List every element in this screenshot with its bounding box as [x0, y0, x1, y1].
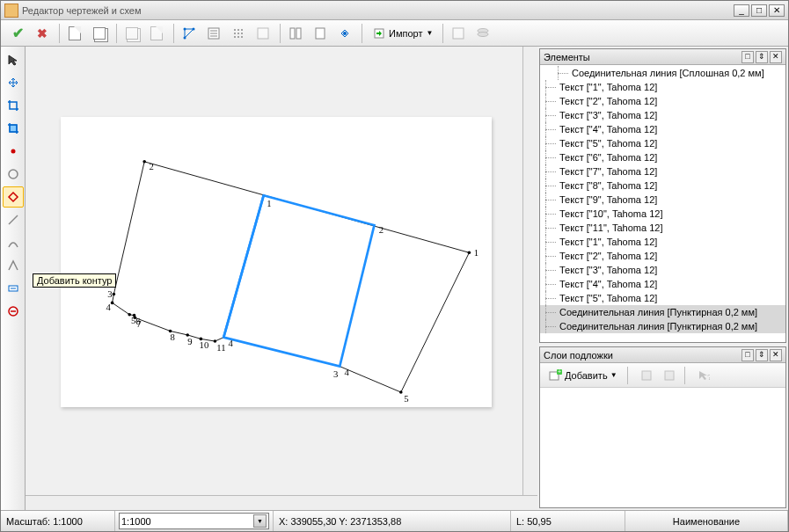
svg-point-10 — [234, 29, 236, 31]
tree-item[interactable]: Текст ["4", Tahoma 12] — [540, 122, 785, 136]
list-button[interactable] — [202, 22, 225, 45]
maximize-button[interactable]: □ — [751, 4, 767, 17]
tree-item[interactable]: Текст ["3", Tahoma 12] — [540, 108, 785, 122]
layers-button[interactable] — [471, 22, 494, 45]
scale-label: Масштаб: 1:1000 — [1, 511, 115, 531]
horizontal-scrollbar[interactable] — [26, 495, 537, 510]
add-layer-menu[interactable]: + Добавить ▼ — [544, 366, 622, 385]
reject-button[interactable]: ✖ — [31, 22, 54, 45]
arc-tool[interactable] — [3, 255, 24, 276]
panel-close-button[interactable]: ✕ — [770, 51, 782, 63]
tree-item[interactable]: Текст ["11", Tahoma 12] — [540, 221, 785, 235]
minimize-button[interactable]: _ — [734, 4, 749, 17]
svg-text:?: ? — [707, 373, 710, 382]
tree-item[interactable]: Текст ["2", Tahoma 12] — [540, 94, 785, 108]
contour-tool[interactable] — [3, 186, 24, 208]
check-icon: ✔ — [12, 25, 24, 41]
grid-button[interactable] — [227, 22, 250, 45]
panel-dock-button[interactable]: □ — [742, 51, 754, 63]
page-setup-button[interactable] — [309, 22, 332, 45]
pointer-tool[interactable] — [3, 49, 24, 70]
svg-point-17 — [237, 36, 239, 38]
tree-item[interactable]: Текст ["8", Tahoma 12] — [540, 179, 785, 193]
layer-up-button[interactable] — [637, 366, 656, 385]
tree-item[interactable]: Текст ["1", Tahoma 12] — [540, 80, 785, 94]
svg-rect-72 — [642, 371, 651, 380]
scale-value: 1:1000 — [121, 516, 253, 527]
svg-point-40 — [468, 251, 471, 255]
move-tool[interactable] — [3, 72, 24, 93]
svg-rect-22 — [316, 28, 325, 39]
svg-text:11: 11 — [216, 342, 225, 353]
tree-item[interactable]: Текст ["10", Tahoma 12] — [540, 207, 785, 221]
tree-item[interactable]: Текст ["9", Tahoma 12] — [540, 193, 785, 207]
tree-item[interactable]: Текст ["5", Tahoma 12] — [540, 291, 785, 305]
svg-rect-20 — [290, 28, 295, 39]
svg-point-14 — [237, 33, 239, 34]
title-bar: Редактор чертежей и схем _ □ ✕ — [1, 1, 788, 20]
panel-close-button[interactable]: ✕ — [770, 349, 782, 361]
open-button[interactable] — [88, 22, 111, 45]
main-toolbar: ✔ ✖ Импорт ▼ — [1, 20, 788, 47]
curve-tool[interactable] — [3, 232, 24, 253]
svg-text:2: 2 — [379, 224, 384, 235]
scale-combo[interactable]: 1:1000 ▼ — [119, 513, 269, 529]
align-button[interactable] — [252, 22, 274, 45]
crop-tool[interactable] — [3, 95, 24, 116]
add-label: Добавить — [565, 370, 608, 381]
crop-fill-tool[interactable] — [3, 118, 24, 139]
tree-item[interactable]: Текст ["5", Tahoma 12] — [540, 136, 785, 150]
delete-tool[interactable] — [3, 301, 24, 322]
tree-item[interactable]: Текст ["6", Tahoma 12] — [540, 150, 785, 164]
settings-button[interactable] — [333, 22, 356, 45]
svg-text:8: 8 — [171, 332, 175, 342]
length-label: L: 50,95 — [511, 511, 625, 531]
tree-item[interactable]: Текст ["4", Tahoma 12] — [540, 277, 785, 291]
circle-tool[interactable] — [3, 164, 24, 185]
tree-item[interactable]: Текст ["1", Tahoma 12] — [540, 235, 785, 249]
svg-rect-19 — [258, 28, 268, 39]
close-button[interactable]: ✕ — [769, 4, 785, 17]
new-button[interactable] — [63, 22, 86, 45]
panel-pin-button[interactable]: ⇕ — [756, 349, 768, 361]
tree-item[interactable]: Соединительная линия [Пунктирная 0,2 мм] — [540, 319, 785, 333]
svg-text:10: 10 — [200, 339, 209, 350]
page-icon — [69, 26, 81, 40]
svg-marker-29 — [9, 55, 17, 65]
layer-help-button[interactable]: ? — [694, 366, 713, 385]
transform-button[interactable] — [178, 22, 201, 45]
export-button[interactable] — [447, 22, 470, 45]
panel-pin-button[interactable]: ⇕ — [756, 51, 768, 63]
paste-button[interactable] — [145, 22, 168, 45]
svg-text:9: 9 — [187, 336, 192, 346]
x-icon: ✖ — [37, 26, 47, 40]
columns-button[interactable] — [284, 22, 307, 45]
tree-item[interactable]: Текст ["3", Tahoma 12] — [540, 263, 785, 277]
tree-item[interactable]: Текст ["7", Tahoma 12] — [540, 164, 785, 179]
elements-tree[interactable]: Соединительная линия [Сплошная 0,2 мм]Те… — [540, 65, 785, 342]
copy-button[interactable] — [121, 22, 143, 45]
svg-point-31 — [11, 149, 15, 154]
svg-text:3: 3 — [107, 288, 112, 299]
vertical-scrollbar[interactable] — [522, 47, 537, 495]
tree-item[interactable]: Текст ["2", Tahoma 12] — [540, 249, 785, 263]
svg-point-32 — [9, 170, 18, 179]
tree-item[interactable]: Соединительная линия [Сплошная 0,2 мм] — [540, 66, 785, 80]
layer-down-button[interactable] — [660, 366, 679, 385]
line-tool[interactable] — [3, 209, 24, 230]
tree-item[interactable]: Соединительная линия [Пунктирная 0,2 мм] — [540, 305, 785, 319]
svg-point-18 — [241, 36, 243, 38]
chevron-down-icon: ▼ — [253, 514, 267, 528]
layers-list[interactable] — [540, 388, 785, 507]
svg-point-44 — [113, 293, 116, 296]
point-tool[interactable] — [3, 141, 24, 162]
layers-panel: Слои подложки □ ⇕ ✕ + Добавить ▼ ? — [539, 346, 786, 508]
svg-rect-73 — [665, 371, 674, 380]
import-menu[interactable]: Импорт ▼ — [366, 22, 439, 45]
text-tool[interactable] — [3, 278, 24, 299]
panel-dock-button[interactable]: □ — [742, 349, 754, 361]
svg-point-42 — [142, 160, 146, 164]
app-icon — [4, 4, 18, 18]
drawing-canvas[interactable]: 1234567891011512344 — [61, 117, 492, 407]
accept-button[interactable]: ✔ — [6, 22, 29, 45]
